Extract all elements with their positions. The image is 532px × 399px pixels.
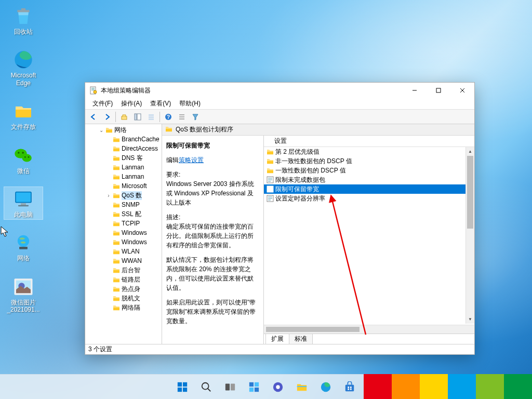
svg-rect-68 (348, 387, 349, 388)
tree-item[interactable]: Windows (97, 228, 162, 237)
list-item[interactable]: 一致性数据包的 DSCP 值 (264, 166, 466, 175)
svg-rect-27 (122, 116, 127, 119)
this-pc[interactable]: 此电脑 (4, 187, 43, 219)
svg-rect-65 (297, 386, 307, 387)
tree-item[interactable]: DirectAccess (97, 144, 162, 153)
svg-rect-11 (21, 203, 26, 205)
widgets-button[interactable] (244, 377, 264, 397)
folder-shortcut[interactable]: 文件存放 (4, 99, 43, 131)
desktop-icons: 回收站 Microsoft Edge 文件存放 微信 此电脑 网络 (4, 4, 43, 315)
svg-rect-70 (348, 388, 349, 390)
list-item[interactable]: 设置定时器分辨率 (264, 194, 466, 203)
tree-item[interactable]: 链路层 (97, 275, 162, 284)
recycle-bin[interactable]: 回收站 (4, 4, 43, 36)
app-icon (89, 86, 98, 95)
back-button[interactable] (87, 111, 100, 123)
svg-rect-14 (19, 247, 28, 249)
svg-point-64 (276, 385, 280, 389)
list-item[interactable]: 非一致性数据包的 DSCP 值 (264, 156, 466, 166)
explorer-button[interactable] (291, 377, 312, 397)
svg-point-13 (18, 235, 29, 247)
menu-view[interactable]: 查看(V) (146, 98, 175, 109)
minimize-button[interactable] (403, 83, 427, 98)
tree-item[interactable]: Lanman (97, 163, 162, 172)
tree-root[interactable]: ⌄ 网络 (97, 125, 162, 135)
scroll-thumb[interactable] (467, 156, 473, 229)
svg-point-55 (202, 382, 209, 389)
close-button[interactable] (450, 83, 474, 98)
horizontal-scrollbar[interactable] (264, 325, 474, 334)
edge-shortcut[interactable]: Microsoft Edge (4, 48, 43, 88)
tab-extended[interactable]: 扩展 (266, 334, 289, 344)
svg-rect-51 (178, 382, 182, 386)
svg-line-56 (208, 388, 211, 391)
tab-bar: 扩展 标准 (264, 334, 474, 344)
menu-help[interactable]: 帮助(H) (175, 98, 205, 109)
menu-action[interactable]: 操作(A) (117, 98, 146, 109)
svg-rect-12 (18, 205, 29, 207)
vertical-scrollbar[interactable]: ▲ ▼ (466, 147, 474, 324)
scroll-up-button[interactable]: ▲ (466, 147, 474, 156)
annotation-color-blocks (364, 374, 532, 399)
help-button[interactable]: ? (162, 111, 175, 123)
svg-rect-69 (350, 387, 352, 388)
tree-item[interactable]: ›QoS 数 (97, 191, 162, 200)
search-button[interactable] (196, 377, 217, 397)
tree-item[interactable]: WLAN (97, 247, 162, 256)
task-view-button[interactable] (220, 377, 241, 397)
show-tree-button[interactable] (131, 111, 144, 123)
hscroll-thumb[interactable] (266, 327, 360, 332)
list-header[interactable]: 设置 (264, 136, 474, 147)
tree-item[interactable]: TCPIP (97, 219, 162, 228)
menu-file[interactable]: 文件(F) (88, 98, 117, 109)
tree-item[interactable]: SSL 配 (97, 209, 162, 219)
svg-rect-52 (183, 382, 187, 386)
svg-rect-71 (350, 388, 352, 390)
titlebar[interactable]: 本地组策略编辑器 (85, 83, 474, 98)
up-button[interactable] (118, 111, 130, 123)
svg-text:?: ? (167, 114, 170, 120)
svg-rect-67 (345, 384, 354, 391)
svg-rect-29 (137, 114, 141, 120)
scroll-down-button[interactable]: ▼ (466, 315, 474, 324)
tree-item[interactable]: DNS 客 (97, 153, 162, 163)
store-button[interactable] (339, 377, 360, 397)
list-item[interactable]: 第 2 层优先级值 (264, 147, 466, 156)
wechat-shortcut[interactable]: 微信 (4, 143, 43, 176)
filter-button[interactable] (189, 111, 202, 123)
forward-button[interactable] (101, 111, 113, 123)
list-button[interactable] (176, 111, 188, 123)
wechat-icon (12, 144, 34, 166)
chat-button[interactable] (268, 377, 288, 397)
tree-item[interactable]: 脱机文 (97, 294, 162, 303)
tree-item[interactable]: WWAN (97, 256, 162, 265)
maximize-button[interactable] (427, 83, 450, 98)
tree-item[interactable]: Microsoft (97, 181, 162, 191)
list-body[interactable]: 第 2 层优先级值非一致性数据包的 DSCP 值一致性数据包的 DSCP 值限制… (264, 147, 474, 325)
list-item[interactable]: 限制可保留带宽 (264, 184, 466, 194)
svg-rect-58 (231, 383, 235, 390)
edge-button[interactable] (315, 377, 336, 397)
image-file[interactable]: 微信图片 _2021091... (4, 275, 43, 315)
svg-rect-21 (91, 90, 95, 90)
svg-rect-61 (249, 387, 254, 391)
tree-item[interactable]: Lanman (97, 172, 162, 181)
svg-rect-1 (21, 8, 25, 10)
svg-point-4 (22, 154, 32, 162)
svg-rect-20 (91, 89, 95, 89)
edit-policy-link[interactable]: 策略设置 (179, 156, 204, 164)
svg-rect-31 (149, 116, 154, 118)
properties-button[interactable] (145, 111, 157, 123)
tree-item[interactable]: BranchCache (97, 135, 162, 144)
tree-item[interactable]: Windows (97, 237, 162, 247)
tree-item[interactable]: 网络隔 (97, 303, 162, 312)
start-button[interactable] (172, 377, 193, 397)
nav-tree[interactable]: ⌄ 网络 BranchCacheDirectAccessDNS 客LanmanL… (85, 124, 162, 344)
network-shortcut[interactable]: 网络 (4, 231, 43, 263)
list-item[interactable]: 限制未完成数据包 (264, 175, 466, 184)
tree-item[interactable]: SNMP (97, 200, 162, 209)
tree-item[interactable]: 热点身 (97, 284, 162, 294)
tab-standard[interactable]: 标准 (289, 334, 313, 344)
svg-rect-62 (255, 387, 259, 391)
tree-item[interactable]: 后台智 (97, 265, 162, 275)
